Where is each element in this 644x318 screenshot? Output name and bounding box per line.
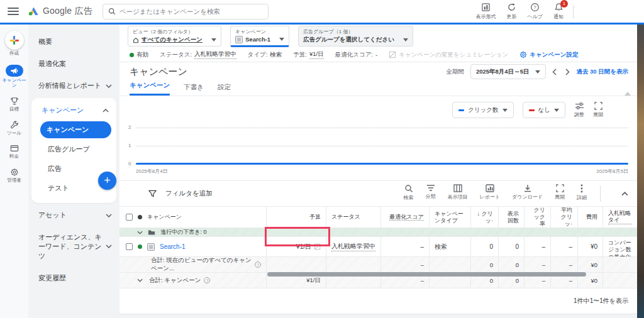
date-range-selector[interactable]: 2025年8月4日～5日 <box>470 64 546 79</box>
menu-icon[interactable] <box>8 8 19 15</box>
settings-gear-icon <box>519 51 527 58</box>
nav-insights[interactable]: 分析情報とレポート <box>28 75 119 97</box>
campaign-name-link[interactable]: Search-1 <box>160 243 186 250</box>
download-button[interactable]: ダウンロード <box>512 184 543 200</box>
view-filter-chip[interactable]: ビュー（2 個のフィルタ） すべてのキャンペーン <box>128 26 221 47</box>
add-filter-button[interactable]: フィルタを追加 <box>148 189 213 198</box>
row-status-dot[interactable] <box>138 244 142 249</box>
rail-campaigns[interactable]: キャンペーン <box>1 65 28 89</box>
help-button[interactable]: ? ヘルプ <box>527 3 543 20</box>
enabled-dot-icon <box>130 53 134 57</box>
rail-tools[interactable]: ツール <box>1 121 28 136</box>
trophy-icon <box>10 97 19 106</box>
rail-goals[interactable]: 目標 <box>1 97 28 112</box>
segment-icon <box>426 184 435 192</box>
report-button[interactable]: レポート <box>480 184 501 200</box>
cell-status[interactable]: 入札戦略学習中 <box>326 237 380 256</box>
columns-button[interactable]: 表示項目 <box>448 184 468 200</box>
expand-table-label: 展開 <box>555 194 565 200</box>
global-search[interactable] <box>103 4 269 19</box>
nav-campaigns-item[interactable]: キャンペーン <box>40 121 111 138</box>
col-campaign[interactable]: キャンペーン <box>147 214 182 221</box>
rail-billing[interactable]: 料金 <box>1 144 28 160</box>
rail-create[interactable]: 作成 <box>1 31 28 57</box>
nav-experiments-label: テスト <box>48 184 69 192</box>
scroll-top-indicator-icon[interactable] <box>625 92 631 96</box>
next-period-icon[interactable] <box>565 69 570 75</box>
cell-bid-strategy[interactable]: コンバージョン数の最大化 <box>602 237 637 256</box>
drafts-group-row[interactable]: 進行中の下書き: 0 <box>119 228 637 237</box>
row-checkbox[interactable] <box>126 243 133 250</box>
segment-button[interactable]: 分類 <box>426 184 436 200</box>
col-opt-score[interactable]: 最適化スコア <box>380 207 429 228</box>
col-budget[interactable]: 予算 <box>266 207 326 228</box>
expand-table-button[interactable]: 展開 <box>555 184 565 200</box>
page-header: キャンペーン 全期間 2025年8月4日～5日 過去 30 日間を表示 <box>119 62 637 81</box>
opt-score-value: - <box>375 52 377 58</box>
tab-drafts[interactable]: 下書き <box>184 83 204 96</box>
add-filter-label: フィルタを追加 <box>165 189 213 198</box>
col-impressions[interactable]: 表示回数 <box>498 207 524 228</box>
nav-change-history[interactable]: 変更履歴 <box>28 267 119 289</box>
nav-recommendations[interactable]: 最適化案 <box>28 53 119 75</box>
tab-settings[interactable]: 設定 <box>218 83 231 96</box>
campaign-row[interactable]: Search-1 ¥1/日 入札戦略学習中 – 検索 0 0 – – ¥0 コン… <box>119 237 637 257</box>
prev-period-icon[interactable] <box>552 69 557 75</box>
cell-impressions: 0 <box>498 237 524 256</box>
col-status[interactable]: ステータス <box>326 207 380 228</box>
col-clicks[interactable]: ↓ クリッ· <box>470 207 498 228</box>
col-bid-strategy[interactable]: 入札戦略タイ <box>602 207 637 228</box>
table-search-button[interactable]: 検索 <box>404 184 414 201</box>
campaign-settings-link[interactable]: キャンペーン設定 <box>519 51 578 59</box>
select-all-checkbox[interactable] <box>126 214 133 221</box>
cell-campaign-type: 検索 <box>429 237 470 256</box>
info-icon[interactable]: ? <box>255 261 261 268</box>
status-item[interactable]: ステータス:入札戦略学習中 <box>160 50 236 59</box>
megaphone-icon <box>10 67 18 74</box>
help-icon: ? <box>530 3 540 12</box>
col-ctr[interactable]: クリック率 <box>524 207 550 228</box>
plus-icon <box>10 36 19 45</box>
campaign-filter-chip[interactable]: キャンペーン Search-1 <box>230 26 289 47</box>
search-input[interactable] <box>119 8 263 15</box>
nav-overview-label: 概要 <box>38 37 52 47</box>
col-cost[interactable]: 費用 <box>577 207 602 228</box>
chevron-down-icon[interactable] <box>137 231 143 234</box>
chart-expand-button[interactable]: 展開 <box>593 102 603 118</box>
col-avg-cpc[interactable]: 平均クリッ· <box>550 207 577 228</box>
chevron-down-icon[interactable] <box>137 278 143 282</box>
tab-campaigns[interactable]: キャンペーン <box>130 81 170 96</box>
primary-metric-label: クリック数 <box>468 106 498 114</box>
cell-budget[interactable]: ¥1/日 <box>266 237 326 256</box>
nav-audiences[interactable]: オーディエンス、キーワード、コンテンツ <box>28 226 119 267</box>
nav-assets[interactable]: アセット <box>28 204 119 226</box>
status-column-icon[interactable] <box>138 215 142 219</box>
nav-ad-groups[interactable]: 広告グループ <box>31 140 116 159</box>
col-campaign-type[interactable]: キャンペーンタイプ <box>429 207 470 228</box>
collapse-toolbar-button[interactable] <box>621 184 628 203</box>
nav-overview[interactable]: 概要 <box>28 31 119 53</box>
budget-label: 予算: <box>293 51 307 59</box>
budget-item[interactable]: 予算:¥1/日 <box>293 50 323 59</box>
google-ads-app: Google 広告 表示形式 更新 ? ヘルプ 1 通知 <box>0 0 644 318</box>
adgroup-filter-chip[interactable]: 広告グループ（1 個） 広告グループを選択してください <box>298 26 413 47</box>
chevron-up-icon <box>621 192 628 196</box>
create-button[interactable] <box>5 31 24 50</box>
enabled-status[interactable]: 有効 <box>130 51 148 59</box>
rail-admin[interactable]: 管理者 <box>1 168 28 184</box>
refresh-button[interactable]: 更新 <box>506 3 516 20</box>
info-icon[interactable]: ? <box>204 277 210 283</box>
secondary-metric-dropdown[interactable]: なし <box>523 102 565 118</box>
horizontal-scrollbar[interactable] <box>267 272 586 277</box>
primary-metric-dropdown[interactable]: クリック数 <box>452 102 513 118</box>
simulate-changes-disabled: キャンペーンの変更をシュミレーション <box>389 51 508 59</box>
wrench-icon <box>10 121 19 129</box>
show-last-30-days-link[interactable]: 過去 30 日間を表示 <box>576 68 628 76</box>
table-header-row: キャンペーン 予算 ステータス 最適化スコア キャンペーンタイプ ↓ クリッ· … <box>119 207 637 228</box>
nav-campaigns-section[interactable]: キャンペーン <box>31 101 116 120</box>
chart-adjust-button[interactable]: 調整 <box>574 102 584 118</box>
notifications-button[interactable]: 1 通知 <box>553 3 564 20</box>
display-format-button[interactable]: 表示形式 <box>475 3 496 20</box>
more-options-button[interactable]: 詳細 <box>577 184 587 201</box>
add-campaign-fab[interactable]: + <box>98 172 116 190</box>
